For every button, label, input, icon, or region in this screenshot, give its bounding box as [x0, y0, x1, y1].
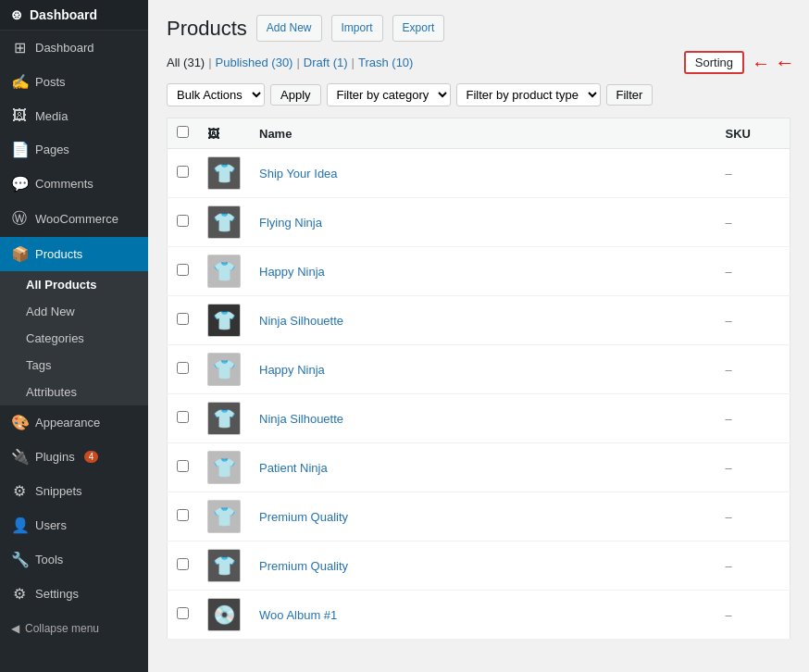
collapse-menu[interactable]: ◀ Collapse menu: [0, 615, 148, 642]
sidebar-item-media[interactable]: 🖼 Media: [0, 99, 148, 132]
product-name-link[interactable]: Happy Ninja: [259, 265, 325, 279]
table-row: 👕 Premium Quality –: [168, 541, 790, 591]
page-title: Products: [167, 17, 247, 41]
sidebar-item-label: Dashboard: [35, 41, 94, 55]
sorting-button[interactable]: Sorting: [684, 51, 744, 74]
product-name-link[interactable]: Flying Ninja: [259, 216, 322, 230]
tab-published[interactable]: Published (30): [216, 56, 293, 69]
product-name-link[interactable]: Ship Your Idea: [259, 167, 338, 180]
product-thumbnail: 👕: [207, 549, 241, 582]
product-name-link[interactable]: Ninja Silhouette: [259, 412, 343, 426]
product-name-link[interactable]: Ninja Silhouette: [259, 314, 343, 328]
sidebar-item-plugins[interactable]: 🔌 Plugins 4: [0, 440, 148, 474]
appearance-icon: 🎨: [11, 414, 28, 431]
add-new-button[interactable]: Add New: [256, 15, 322, 42]
row-checkbox[interactable]: [177, 166, 189, 178]
collapse-label: Collapse menu: [25, 622, 99, 635]
filter-type-select[interactable]: Filter by product type: [456, 83, 601, 106]
row-image-cell: 👕: [198, 443, 250, 492]
sidebar-item-products[interactable]: 📦 Products ◀: [0, 237, 148, 271]
sidebar-item-users[interactable]: 👤 Users: [0, 508, 148, 542]
tab-trash[interactable]: Trash (10): [358, 56, 414, 69]
sidebar-item-label: Tools: [35, 553, 63, 566]
export-button[interactable]: Export: [392, 15, 445, 42]
product-thumbnail: 👕: [207, 451, 241, 484]
row-checkbox[interactable]: [177, 460, 189, 472]
sidebar-item-appearance[interactable]: 🎨 Appearance: [0, 405, 148, 440]
sidebar-item-all-products[interactable]: All Products: [0, 271, 148, 298]
tab-trash-label: Trash: [358, 56, 389, 69]
sidebar-item-add-new[interactable]: Add New: [0, 298, 148, 325]
row-checkbox[interactable]: [177, 264, 189, 276]
sidebar-item-dashboard[interactable]: ⊞ Dashboard: [0, 31, 148, 65]
site-name: Dashboard: [30, 7, 97, 22]
row-checkbox-cell: [168, 296, 199, 345]
separator-3: |: [352, 56, 355, 69]
sidebar-item-comments[interactable]: 💬 Comments: [0, 167, 148, 201]
row-checkbox[interactable]: [177, 411, 189, 423]
product-img-icon: 👕: [213, 211, 236, 233]
tab-draft[interactable]: Draft (1): [304, 56, 348, 69]
select-all-checkbox[interactable]: [177, 126, 189, 138]
product-name-link[interactable]: Happy Ninja: [259, 363, 325, 377]
sidebar-item-settings[interactable]: ⚙ Settings: [0, 577, 148, 611]
row-sku-cell: –: [716, 591, 790, 640]
product-thumbnail: 👕: [207, 304, 241, 337]
sidebar-item-label: Users: [35, 518, 67, 532]
row-name-cell: Premium Quality: [250, 541, 716, 591]
tools-icon: 🔧: [11, 551, 28, 568]
sidebar-item-tools[interactable]: 🔧 Tools: [0, 542, 148, 577]
product-name-link[interactable]: Patient Ninja: [259, 461, 328, 475]
row-name-cell: Patient Ninja: [250, 443, 716, 492]
sidebar-logo[interactable]: ⊛ Dashboard: [0, 0, 148, 31]
row-checkbox[interactable]: [177, 558, 189, 570]
table-row: 👕 Ninja Silhouette –: [168, 296, 790, 345]
name-col-header[interactable]: Name: [250, 118, 716, 149]
row-checkbox[interactable]: [177, 215, 189, 227]
tab-all[interactable]: All (31): [167, 56, 205, 69]
sidebar-item-label: WooCommerce: [35, 212, 118, 226]
row-checkbox[interactable]: [177, 313, 189, 325]
sidebar-item-pages[interactable]: 📄 Pages: [0, 132, 148, 167]
plugins-badge: 4: [84, 451, 99, 463]
snippets-icon: ⚙: [11, 482, 28, 500]
sidebar-item-woocommerce[interactable]: Ⓦ WooCommerce: [0, 201, 148, 237]
sidebar-item-snippets[interactable]: ⚙ Snippets: [0, 474, 148, 508]
sidebar-item-posts[interactable]: ✍ Posts: [0, 65, 148, 99]
product-thumbnail: 💿: [207, 598, 241, 631]
product-name-link[interactable]: Premium Quality: [259, 559, 348, 573]
product-name-link[interactable]: Woo Album #1: [259, 608, 337, 622]
categories-label: Categories: [26, 331, 84, 345]
filter-category-select[interactable]: Filter by category: [327, 83, 451, 106]
product-img-icon: 👕: [213, 358, 236, 380]
row-image-cell: 👕: [198, 296, 250, 345]
sidebar-item-label: Pages: [35, 143, 69, 156]
tab-draft-label: Draft: [304, 56, 330, 69]
filter-button[interactable]: Filter: [606, 84, 653, 106]
sidebar-item-tags[interactable]: Tags: [0, 352, 148, 379]
import-button[interactable]: Import: [331, 15, 383, 42]
products-icon: 📦: [11, 245, 28, 263]
row-sku-cell: –: [716, 345, 790, 394]
bulk-actions-select[interactable]: Bulk Actions: [167, 83, 265, 106]
product-thumbnail: 👕: [207, 255, 241, 288]
add-new-label: Add New: [26, 305, 75, 318]
sidebar-item-categories[interactable]: Categories: [0, 325, 148, 352]
sidebar-item-label: Settings: [35, 587, 79, 601]
product-name-link[interactable]: Premium Quality: [259, 510, 348, 524]
row-checkbox[interactable]: [177, 509, 189, 521]
product-img-icon: 👕: [213, 309, 236, 331]
sidebar-item-attributes[interactable]: Attributes: [0, 379, 148, 405]
row-sku-cell: –: [716, 443, 790, 492]
sidebar-item-label: Plugins: [35, 450, 75, 464]
row-checkbox[interactable]: [177, 607, 189, 619]
table-row: 👕 Ninja Silhouette –: [168, 394, 790, 443]
row-checkbox[interactable]: [177, 362, 189, 374]
apply-button[interactable]: Apply: [270, 84, 321, 106]
table-header-row: 🖼 Name SKU: [168, 118, 790, 149]
sku-value: –: [726, 216, 732, 230]
dashboard-icon: ⊞: [11, 39, 28, 56]
product-img-icon: 👕: [213, 162, 236, 184]
row-sku-cell: –: [716, 296, 790, 345]
product-img-icon: 👕: [213, 505, 236, 528]
